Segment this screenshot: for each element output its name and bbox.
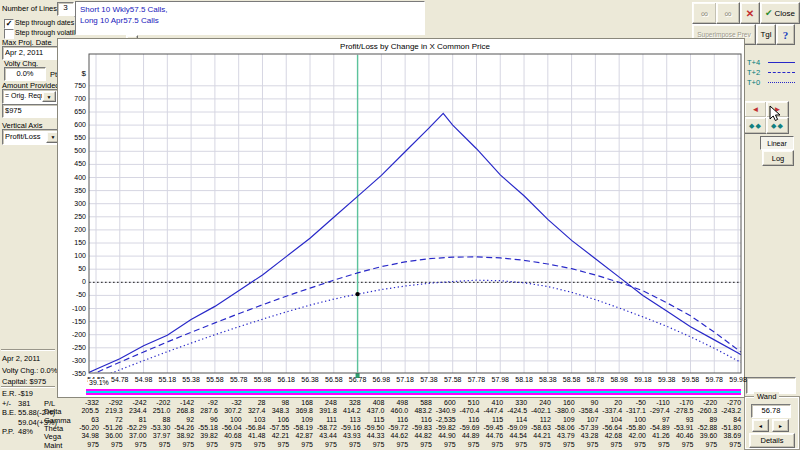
amount-provided-value: = Orig. Reqmt. (3, 90, 44, 102)
probability-label: 39.1% (88, 379, 110, 386)
x-tick-label: 59.58 (679, 376, 703, 383)
y-tick-label: 50 (60, 265, 86, 272)
x-tick-label: 54.78 (108, 376, 132, 383)
y-tick-label: -200 (60, 331, 86, 338)
chart-area: Profit/Loss by Change in X Common Price … (57, 38, 745, 398)
x-tick-label: 57.78 (464, 376, 488, 383)
price-range-bar (86, 389, 741, 395)
x-tick-label: 59.38 (655, 376, 679, 383)
table-cell: 975 (703, 441, 741, 448)
x-tick-label: 55.78 (227, 376, 251, 383)
y-tick-label: 100 (60, 252, 86, 259)
status-line: Apr 2, 2011 (2, 354, 40, 363)
wand-label: Wand (754, 392, 779, 401)
series-legend-sample (768, 82, 795, 83)
help-icon[interactable]: ? (776, 24, 795, 45)
plot-svg (58, 39, 746, 399)
x-tick-label: 55.98 (250, 376, 274, 383)
mouse-cursor (769, 105, 782, 122)
x-tick-label: 59.18 (631, 376, 655, 383)
y-tick-label: 150 (60, 239, 86, 246)
step-dates-label: Step through dates (15, 19, 74, 26)
y-tick-label: 600 (60, 121, 86, 128)
x-tick-label: 56.78 (346, 376, 370, 383)
y-tick-label: 250 (60, 213, 86, 220)
check-icon: ✔ (765, 8, 773, 18)
wand-right-icon[interactable]: ► (772, 419, 789, 432)
wand-details-button[interactable]: Details (749, 433, 795, 448)
x-tick-label: 58.98 (607, 376, 631, 383)
close-button-label: Close (775, 9, 795, 18)
y-tick-label: -150 (60, 318, 86, 325)
x-tick-label: 58.58 (560, 376, 584, 383)
link-icon[interactable]: ∞ (716, 2, 740, 24)
x-tick-label: 56.18 (274, 376, 298, 383)
series-legend-sample (768, 62, 795, 63)
series-legend-sample (768, 72, 795, 73)
y-tick-label: 400 (60, 174, 86, 181)
y-tick-label: 350 (60, 187, 86, 194)
fast-step-left-button[interactable]: ◆◆ (744, 117, 767, 134)
table-cell: -270 (703, 399, 741, 406)
wand-price-input[interactable]: 56.78 (751, 404, 791, 418)
x-tick-label: 57.38 (417, 376, 441, 383)
x-tick-label: 57.98 (488, 376, 512, 383)
x-tick-label: 55.18 (155, 376, 179, 383)
series-legend-label: T+2 (747, 68, 760, 77)
series-legend-label: T+0 (747, 78, 760, 87)
step-dates-checkbox[interactable]: ✓ (4, 19, 14, 29)
link-icon[interactable]: ∞ (692, 2, 717, 24)
vertical-axis-dropdown[interactable]: Profit/Loss ▼ (2, 129, 62, 145)
y-tick-label: 450 (60, 160, 86, 167)
log-scale-button[interactable]: Log (762, 150, 794, 166)
table-cell: 38.69 (703, 432, 741, 439)
y-tick-label: 0 (60, 278, 86, 285)
status-line: Volty Chg.: 0.0% (2, 366, 57, 375)
close-x-icon[interactable]: ✕ (740, 2, 760, 24)
table-row-label: Maint (44, 441, 62, 450)
plot-canvas[interactable] (58, 39, 746, 399)
x-tick-label: 56.98 (369, 376, 393, 383)
table-cell: -51.80 (703, 424, 741, 431)
x-tick-label: 59.78 (702, 376, 726, 383)
greeks-table: P/L-332-292-242-202-142-92-3228981682483… (0, 397, 748, 450)
positions-legend-box[interactable]: Short 10 Wkly57.5 Calls, Long 10 Apr57.5… (75, 1, 425, 35)
optionvue-graphic-analysis-window: Number of Lines 3 ▲ ▼ ✓ Step through dat… (0, 0, 800, 450)
y-tick-label: 300 (60, 200, 86, 207)
x-tick-label: 55.38 (179, 376, 203, 383)
y-tick-label: 750 (60, 82, 86, 89)
table-cell: 84 (703, 416, 741, 423)
table-cell: -243.2 (703, 407, 741, 414)
y-tick-label: 650 (60, 108, 86, 115)
y-tick-label: -300 (60, 357, 86, 364)
number-of-lines-label: Number of Lines (2, 4, 57, 13)
x-tick-label: 54.98 (132, 376, 156, 383)
wand-marker-dot[interactable] (355, 292, 359, 296)
y-tick-label: 500 (60, 147, 86, 154)
x-tick-label: 56.58 (322, 376, 346, 383)
max-proj-date-input[interactable]: Apr 2, 2011 (2, 46, 58, 60)
legend-line: Long 10 Apr57.5 Calls (80, 15, 420, 26)
tgl-button[interactable]: Tgl (756, 24, 776, 45)
series-legend-label: T+4 (747, 58, 760, 67)
x-tick-label: 55.58 (203, 376, 227, 383)
y-tick-label: 200 (60, 226, 86, 233)
linear-scale-button[interactable]: Linear (760, 136, 794, 150)
step-left-button[interactable]: ◄ (744, 101, 767, 118)
y-tick-label: 700 (60, 95, 86, 102)
amount-input[interactable]: $975 (2, 104, 58, 118)
y-tick-label: -100 (60, 305, 86, 312)
x-tick-label: 57.18 (393, 376, 417, 383)
number-of-lines-input[interactable]: 3 (57, 2, 74, 16)
x-tick-label: 58.38 (536, 376, 560, 383)
x-tick-label: 58.18 (512, 376, 536, 383)
x-tick-label: 57.58 (441, 376, 465, 383)
wand-left-icon[interactable]: ◄ (752, 419, 769, 432)
chevron-down-icon[interactable]: ▼ (42, 91, 56, 102)
y-tick-label: -50 (60, 291, 86, 298)
status-line: Capital: $975 (2, 377, 46, 386)
volty-chg-input[interactable]: 0.0% (4, 67, 46, 81)
close-button[interactable]: ✔ Close (760, 2, 800, 24)
amount-provided-dropdown[interactable]: = Orig. Reqmt. ▼ (2, 89, 58, 104)
legend-line: Short 10 Wkly57.5 Calls, (80, 4, 420, 15)
